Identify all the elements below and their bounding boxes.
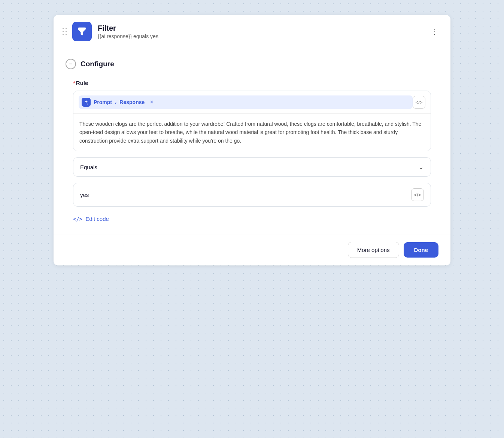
pill-close-button[interactable]: × [149, 99, 154, 105]
equals-label: Equals [80, 164, 97, 170]
rule-label: *Rule [73, 80, 438, 86]
rule-box: Prompt › Response × </> These wooden clo… [73, 91, 431, 151]
header: Filter {{ai.response}} equals yes ⋮ [54, 15, 450, 48]
more-options-label: More options [357, 247, 390, 253]
footer: More options Done [54, 234, 450, 265]
edit-code-label: Edit code [85, 216, 109, 222]
rule-label-text: Rule [76, 80, 88, 86]
pill-arrow-icon: › [115, 100, 116, 105]
done-label: Done [414, 247, 428, 253]
rule-code-button[interactable]: </> [413, 96, 425, 109]
configure-title: Configure [81, 60, 114, 68]
edit-code-link[interactable]: </> Edit code [73, 216, 438, 222]
yes-input-row[interactable]: yes </> [73, 183, 431, 207]
response-label: Response [119, 99, 145, 105]
rule-content-text: These wooden clogs are the perfect addit… [79, 121, 421, 144]
yes-value-text: yes [80, 192, 89, 198]
prompt-label: Prompt [94, 99, 112, 105]
configure-header: − Configure [66, 59, 438, 69]
configure-section: − Configure *Rule Prompt › Response [54, 48, 450, 234]
header-more-options-button[interactable]: ⋮ [428, 24, 441, 39]
prompt-response-pill[interactable]: Prompt › Response × [79, 95, 413, 109]
rule-box-content: These wooden clogs are the perfect addit… [73, 114, 431, 151]
header-text: Filter {{ai.response}} equals yes [98, 24, 428, 39]
required-marker: * [73, 80, 75, 86]
drag-handle[interactable] [63, 28, 67, 35]
filter-icon-wrapper [72, 22, 92, 41]
stars-icon [84, 100, 89, 105]
filter-icon [77, 26, 87, 37]
chevron-down-icon: ⌄ [418, 163, 424, 171]
header-title: Filter [98, 24, 428, 33]
header-subtitle: {{ai.response}} equals yes [98, 33, 428, 39]
main-container: Filter {{ai.response}} equals yes ⋮ − Co… [54, 15, 450, 265]
yes-code-button[interactable]: </> [411, 188, 424, 201]
yes-code-icon: </> [414, 192, 421, 198]
rule-box-header: Prompt › Response × </> [73, 91, 431, 114]
done-button[interactable]: Done [404, 242, 439, 258]
edit-code-prefix-icon: </> [73, 216, 82, 222]
more-options-header-icon: ⋮ [431, 27, 438, 36]
collapse-button[interactable]: − [66, 59, 76, 69]
more-options-button[interactable]: More options [348, 242, 399, 258]
code-icon: </> [416, 100, 423, 105]
equals-dropdown[interactable]: Equals ⌄ [73, 157, 431, 177]
prompt-icon [82, 98, 91, 107]
